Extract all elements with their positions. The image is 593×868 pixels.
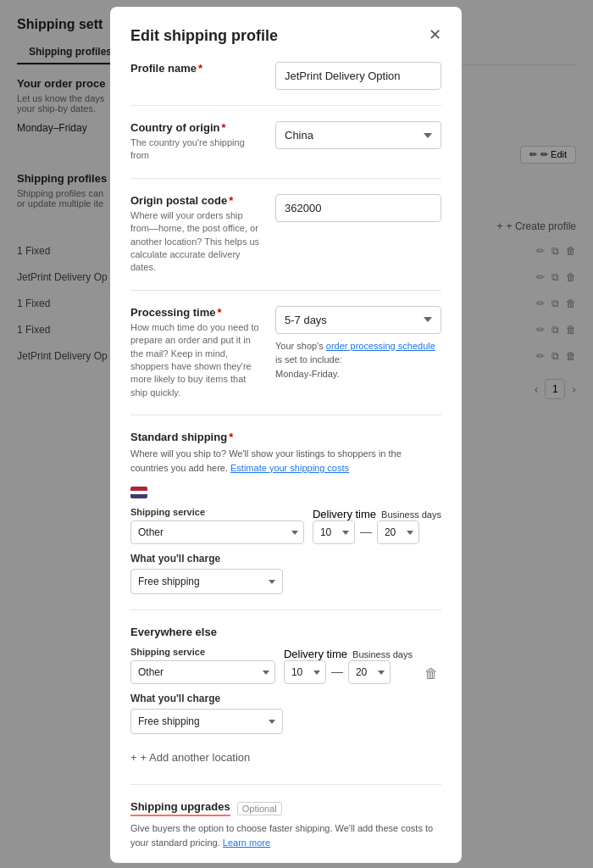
- shipping-service-select-1[interactable]: Other USPS FedEx: [130, 520, 304, 544]
- delivery-to-select-2[interactable]: 14 20 30: [348, 660, 391, 684]
- country-origin-section: Country of origin* The country you're sh…: [130, 121, 441, 163]
- processing-time-sublabel: How much time do you need to prepare an …: [130, 321, 262, 399]
- service-delivery-row-2: Shipping service Other USPS FedEx Delive…: [130, 647, 441, 684]
- standard-shipping-title: Standard shipping*: [130, 431, 441, 443]
- postal-code-label-col: Origin postal code* Where will your orde…: [130, 194, 262, 275]
- destination-label: Destination: [130, 861, 241, 863]
- divider-3: [130, 290, 441, 291]
- edit-shipping-profile-modal: Edit shipping profile ✕ Profile name* Co…: [110, 7, 462, 863]
- modal-title: Edit shipping profile: [130, 27, 278, 45]
- delivery-to-select-1[interactable]: 14 20 30: [377, 520, 419, 544]
- order-processing-schedule-link[interactable]: order processing schedule: [326, 341, 435, 351]
- business-days-label-1: Business days: [381, 509, 441, 520]
- shipping-upgrades-title: Shipping upgrades: [130, 800, 230, 816]
- dash-2: —: [331, 665, 343, 678]
- service-group-2: Shipping service Other USPS FedEx: [130, 647, 275, 684]
- delivery-time-label-1: Delivery time: [313, 508, 376, 520]
- modal-header: Edit shipping profile ✕: [130, 27, 441, 45]
- country-origin-select[interactable]: China United States United Kingdom: [275, 121, 441, 149]
- divider-1: [130, 105, 441, 106]
- divider-6: [130, 784, 441, 785]
- shipping-service-label-2: Shipping service: [130, 647, 275, 657]
- processing-time-label-col: Processing time* How much time do you ne…: [130, 306, 262, 399]
- country-origin-label-col: Country of origin* The country you're sh…: [130, 121, 262, 163]
- divider-2: [130, 178, 441, 179]
- destination-group: Destination International Domestic: [130, 861, 241, 863]
- processing-time-section: Processing time* How much time do you ne…: [130, 306, 441, 399]
- shipping-service-label-1: Shipping service: [130, 507, 304, 517]
- required-star: *: [198, 62, 202, 75]
- profile-name-label: Profile name*: [130, 62, 262, 75]
- delivery-time-label-2: Delivery time: [284, 648, 347, 660]
- destination-upgrade-row: Destination International Domestic Upgra…: [130, 861, 441, 863]
- business-days-label-2: Business days: [352, 649, 413, 659]
- add-location-button[interactable]: + + Add another location: [130, 746, 250, 769]
- estimate-shipping-link[interactable]: Estimate your shipping costs: [230, 463, 349, 473]
- delivery-group-2: 7 10 14 — 14 20 30: [284, 660, 413, 684]
- postal-code-label: Origin postal code*: [130, 194, 262, 207]
- delivery-group-1: 10 14 20 — 14 20 30: [313, 520, 441, 544]
- processing-note: Your shop's order processing schedule is…: [275, 339, 441, 381]
- standard-shipping-location: Shipping service Other USPS FedEx Delive…: [130, 487, 441, 594]
- postal-code-section: Origin postal code* Where will your orde…: [130, 194, 441, 275]
- everywhere-else-section: Everywhere else Shipping service Other U…: [130, 626, 441, 734]
- profile-name-section: Profile name*: [130, 62, 441, 90]
- required-star-3: *: [229, 194, 233, 207]
- delivery-from-select-2[interactable]: 7 10 14: [284, 660, 326, 684]
- plus-icon-location: +: [130, 751, 137, 764]
- delivery-label-row-2: Delivery time Business days: [284, 648, 413, 660]
- processing-time-select[interactable]: 1-2 days 3-5 days 5-7 days 1-2 weeks: [275, 306, 441, 334]
- required-star-2: *: [221, 121, 225, 134]
- charge-section-1: What you'll charge Free shipping Fixed p…: [130, 553, 441, 594]
- divider-4: [130, 415, 441, 415]
- everywhere-else-label: Everywhere else: [130, 626, 441, 638]
- shipping-upgrades-header: Shipping upgrades Optional: [130, 800, 441, 816]
- flag-icon: [130, 487, 147, 498]
- shipping-upgrades-section: Shipping upgrades Optional Give buyers t…: [130, 800, 441, 863]
- required-star-4: *: [217, 306, 221, 319]
- standard-shipping-section: Standard shipping* Where will you ship t…: [130, 431, 441, 769]
- required-star-5: *: [229, 431, 233, 443]
- profile-name-label-col: Profile name*: [130, 62, 262, 77]
- delete-everywhere-else-button[interactable]: 🗑: [421, 664, 441, 684]
- delivery-time-group-2: Delivery time Business days 7 10 14 — 14…: [284, 648, 413, 684]
- charge-select-1[interactable]: Free shipping Fixed price Calculate it f…: [130, 569, 283, 594]
- postal-code-input[interactable]: [275, 194, 441, 222]
- location-label: [130, 487, 441, 498]
- country-origin-input-col: China United States United Kingdom: [275, 121, 441, 149]
- close-button[interactable]: ✕: [429, 27, 441, 42]
- add-location-label: + Add another location: [141, 751, 251, 764]
- processing-time-input-col: 1-2 days 3-5 days 5-7 days 1-2 weeks You…: [275, 306, 441, 381]
- delivery-label-row-1: Delivery time Business days: [313, 508, 441, 520]
- learn-more-link[interactable]: Learn more: [223, 837, 270, 848]
- shipping-service-select-2[interactable]: Other USPS FedEx: [130, 660, 275, 684]
- charge-section-2: What you'll charge Free shipping Fixed p…: [130, 693, 441, 734]
- optional-badge: Optional: [237, 802, 282, 815]
- processing-time-label: Processing time*: [130, 306, 262, 319]
- shipping-upgrades-subtitle: Give buyers the option to choose faster …: [130, 821, 441, 849]
- charge-select-2[interactable]: Free shipping Fixed price Calculate it f…: [130, 709, 283, 734]
- country-origin-label: Country of origin*: [130, 121, 262, 134]
- country-origin-sublabel: The country you're shipping from: [130, 136, 262, 163]
- service-group-1: Shipping service Other USPS FedEx: [130, 507, 304, 544]
- divider-5: [130, 609, 441, 610]
- delivery-time-group-1: Delivery time Business days 10 14 20 — 1…: [313, 508, 441, 544]
- postal-code-input-col: [275, 194, 441, 222]
- standard-shipping-subtitle: Where will you ship to? We'll show your …: [130, 447, 441, 475]
- delivery-from-select-1[interactable]: 10 14 20: [313, 520, 355, 544]
- service-delivery-row-1: Shipping service Other USPS FedEx Delive…: [130, 507, 441, 544]
- dash-1: —: [360, 525, 372, 538]
- charge-label-1: What you'll charge: [130, 553, 441, 565]
- charge-label-2: What you'll charge: [130, 693, 441, 704]
- postal-code-sublabel: Where will your orders ship from—home, t…: [130, 209, 262, 275]
- profile-name-input[interactable]: [275, 62, 441, 90]
- profile-name-input-col: [275, 62, 441, 90]
